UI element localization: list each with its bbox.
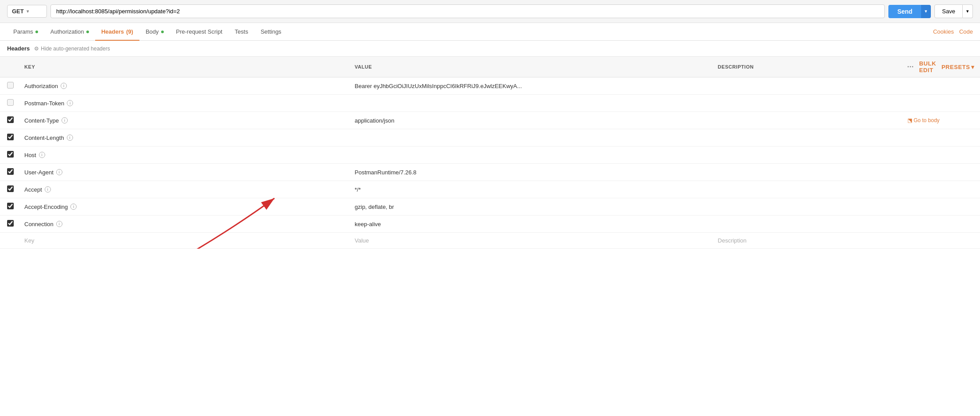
row-2-checkbox[interactable] [7,116,14,123]
th-actions: ··· Bulk Edit Presets ▾ [902,57,980,77]
checkbox-cell [0,112,19,129]
row-7-checkbox[interactable] [7,203,14,209]
row-0-info-icon[interactable]: i [61,83,67,89]
method-chevron-icon: ▾ [27,9,29,14]
save-dropdown-button[interactable]: ▾ [963,4,973,18]
empty-actions-cell [902,233,980,249]
row-0-desc-cell [713,77,902,95]
row-2-key: Content-Type [24,117,59,124]
row-1-actions-cell [902,95,980,112]
row-2-info-icon[interactable]: i [62,117,68,123]
row-7-value-cell: gzip, deflate, br [349,198,712,216]
row-2-key-cell: Content-Typei [19,112,349,129]
send-button[interactable]: Send [888,5,921,18]
row-3-actions-cell [902,129,980,146]
empty-desc-cell[interactable]: Description [713,233,902,249]
row-6-checkbox[interactable] [7,185,14,192]
method-selector[interactable]: GET ▾ [7,5,47,18]
row-6-value-cell: */* [349,181,712,198]
row-0-checkbox[interactable] [7,82,14,89]
row-5-value: PostmanRuntime/7.26.8 [355,169,416,176]
row-5-key: User-Agent [24,169,54,176]
row-2-value-cell: application/json [349,112,712,129]
row-3-key: Content-Length [24,135,64,141]
checkbox-cell [0,216,19,233]
row-8-value: keep-alive [355,221,381,227]
go-to-body-link[interactable]: ⬔ Go to body [907,117,975,123]
method-label: GET [12,8,24,15]
row-2-actions-cell: ⬔ Go to body [902,112,980,129]
row-4-key: Host [24,152,36,158]
row-0-value-cell: Bearer eyJhbGciOiJIUzUxMilsInppcCI6IkRFR… [349,77,712,95]
row-5-checkbox[interactable] [7,168,14,175]
send-dropdown-button[interactable]: ▾ [921,5,931,18]
row-5-key-cell: User-Agenti [19,164,349,181]
th-checkbox [0,57,19,77]
row-1-value-cell [349,95,712,112]
row-1-info-icon[interactable]: i [67,100,73,106]
headers-table: KEY VALUE DESCRIPTION ··· Bulk Edit Pres… [0,57,980,249]
empty-row: Key Value Description [0,233,980,249]
row-3-key-cell: Content-Lengthi [19,129,349,146]
row-7-info-icon[interactable]: i [70,204,77,210]
row-4-info-icon[interactable]: i [39,152,45,158]
th-description: DESCRIPTION [713,57,902,77]
row-3-value-cell [349,129,712,146]
tab-prerequest[interactable]: Pre-request Script [170,23,229,40]
cookies-link[interactable]: Cookies [933,28,954,35]
tab-headers[interactable]: Headers (9) [95,23,139,40]
row-8-value-cell: keep-alive [349,216,712,233]
row-5-info-icon[interactable]: i [56,169,62,175]
row-4-checkbox[interactable] [7,151,14,158]
hide-autogenerated-link[interactable]: ⚙ Hide auto-generated headers [34,46,110,52]
row-7-key-cell: Accept-Encodingi [19,198,349,216]
save-button[interactable]: Save [934,4,963,18]
section-title: Headers [7,45,30,52]
tab-body[interactable]: Body [139,23,170,40]
checkbox-cell [0,95,19,112]
row-5-desc-cell [713,164,902,181]
row-3-info-icon[interactable]: i [67,135,73,141]
send-chevron-icon: ▾ [925,8,927,14]
row-8-desc-cell [713,216,902,233]
empty-checkbox-cell [0,233,19,249]
headers-badge: (9) [126,28,133,35]
row-1-checkbox[interactable] [7,99,14,106]
empty-value-cell[interactable]: Value [349,233,712,249]
checkbox-cell [0,181,19,198]
tabs-right: Cookies Code [933,28,973,35]
table-body: AuthorizationiBearer eyJhbGciOiJIUzUxMil… [0,77,980,249]
url-input[interactable] [50,4,885,18]
row-0-key: Authorization [24,83,58,89]
bulk-edit-link[interactable]: Bulk Edit [919,60,936,73]
more-options-icon[interactable]: ··· [907,63,914,71]
tab-tests[interactable]: Tests [228,23,254,40]
row-1-key: Postman-Token [24,100,64,107]
row-8-info-icon[interactable]: i [56,221,62,227]
row-8-key-cell: Connectioni [19,216,349,233]
tab-params[interactable]: Params [7,23,44,40]
table-row: Connectionikeep-alive [0,216,980,233]
row-0-key-cell: Authorizationi [19,77,349,95]
row-2-value: application/json [355,117,394,124]
empty-key-cell[interactable]: Key [19,233,349,249]
row-8-checkbox[interactable] [7,220,14,227]
table-header-row: KEY VALUE DESCRIPTION ··· Bulk Edit Pres… [0,57,980,77]
row-3-checkbox[interactable] [7,134,14,140]
save-group: Save ▾ [934,4,973,18]
checkbox-cell [0,198,19,216]
table-row: AuthorizationiBearer eyJhbGciOiJIUzUxMil… [0,77,980,95]
save-chevron-icon: ▾ [966,8,969,14]
row-5-actions-cell [902,164,980,181]
headers-table-wrapper: KEY VALUE DESCRIPTION ··· Bulk Edit Pres… [0,57,980,249]
code-link[interactable]: Code [959,28,973,35]
presets-link[interactable]: Presets ▾ [941,64,975,70]
tab-settings[interactable]: Settings [255,23,288,40]
row-7-desc-cell [713,198,902,216]
checkbox-cell [0,146,19,164]
row-0-value: Bearer eyJhbGciOiJIUzUxMilsInppcCI6IkRFR… [355,83,522,89]
tab-authorization[interactable]: Authorization [44,23,95,40]
tabs-bar: Params Authorization Headers (9) Body Pr… [0,23,980,41]
row-6-info-icon[interactable]: i [45,186,51,193]
row-1-desc-cell [713,95,902,112]
